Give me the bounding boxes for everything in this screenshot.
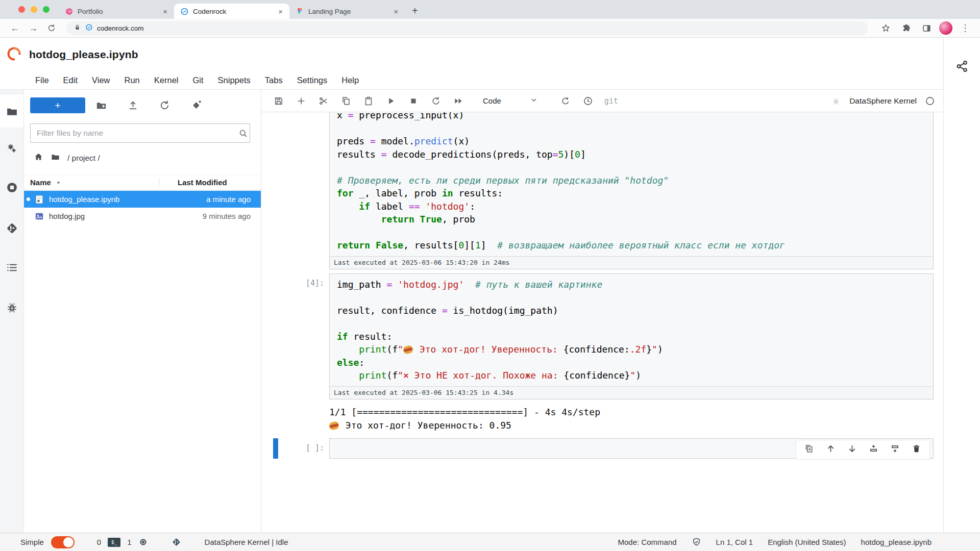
kernels-count[interactable]: 1 [127,538,131,546]
upload-icon[interactable] [117,99,149,111]
breadcrumb-path[interactable]: / project / [67,154,100,163]
cell-editor[interactable]: img_path = 'hotdog.jpg' # путь к вашей к… [329,273,934,387]
menu-item-edit[interactable]: Edit [56,76,85,85]
reload-icon[interactable] [44,20,59,36]
save-icon[interactable] [274,96,284,106]
tab-label: Landing Page [308,8,388,15]
new-launcher-button[interactable]: + [30,97,85,113]
kernel-chip-icon[interactable] [138,537,148,547]
share-icon[interactable] [955,60,969,533]
terminals-count[interactable]: 0 [97,538,101,546]
breadcrumb[interactable]: / project / [34,152,100,164]
cell-editor[interactable]: x = preprocess_input(x) preds = model.pr… [329,112,934,257]
home-icon[interactable] [34,152,43,164]
tab-close-icon[interactable]: × [277,7,284,16]
copy-cell-icon[interactable] [341,96,351,106]
move-up-icon[interactable] [826,444,836,456]
git-toolbar-label[interactable]: git [604,96,618,106]
cell-prompt: [ ]: [261,438,329,459]
sidebar-item-running[interactable] [0,174,23,201]
back-arrow-icon[interactable]: ← [7,20,22,36]
cell-type-dropdown[interactable]: Code [483,96,501,105]
window-zoom-dot[interactable] [43,6,50,13]
restart-kernel-icon[interactable] [431,96,441,106]
code-line: preds = model.predict(x) [337,135,926,148]
menu-item-file[interactable]: File [35,76,56,85]
column-name[interactable]: Name [24,178,159,187]
tab-close-icon[interactable]: × [392,7,400,16]
stop-kernel-icon[interactable] [408,96,419,106]
sidebar-item-toc[interactable] [0,254,23,281]
window-minimize-dot[interactable] [31,6,37,13]
new-folder-icon[interactable] [85,99,117,111]
window-close-dot[interactable] [18,6,25,13]
add-cell-icon[interactable] [296,96,306,106]
codenrock-favicon-icon [180,7,189,16]
simple-mode-toggle[interactable] [51,536,75,548]
bookmark-star-icon[interactable] [878,20,893,36]
debugger-bug-icon[interactable] [831,96,841,106]
cut-cell-icon[interactable] [318,96,329,106]
run-cell-icon[interactable] [386,96,396,106]
forward-arrow-icon[interactable]: → [26,20,41,36]
new-tab-button[interactable]: + [405,5,425,19]
menu-item-tabs[interactable]: Tabs [258,76,290,85]
paste-cell-icon[interactable] [363,96,374,106]
refresh-icon[interactable] [149,99,180,111]
terminal-icon[interactable]: $_ [108,538,120,547]
delete-icon[interactable] [912,444,921,456]
browser-tab-landing-page[interactable]: Landing Page× [289,4,405,19]
notebook-cell[interactable]: [4]:img_path = 'hotdog.jpg' # путь к ваш… [261,273,943,432]
profile-avatar[interactable] [939,21,952,35]
kernel-name-label[interactable]: DataSphere Kernel [849,96,917,106]
cursor-position[interactable]: Ln 1, Col 1 [716,538,753,546]
move-down-icon[interactable] [847,444,857,456]
sidebar-item-files[interactable] [0,95,23,128]
menu-item-git[interactable]: Git [185,76,210,85]
browser-tab-portfolio[interactable]: Portfolio× [59,4,174,19]
kernel-status-circle-icon[interactable] [925,96,935,106]
folder-icon[interactable] [51,152,60,164]
menu-item-help[interactable]: Help [334,76,366,85]
menu-item-snippets[interactable]: Snippets [211,76,258,85]
sidebar-item-debugger[interactable] [0,294,23,320]
lock-icon [74,23,81,33]
notebook-cell[interactable]: x = preprocess_input(x) preds = model.pr… [261,112,943,269]
menu-dots-icon[interactable]: ⋮ [958,20,973,36]
menu-item-kernel[interactable]: Kernel [147,76,186,85]
menu-item-settings[interactable]: Settings [290,76,335,85]
shield-check-icon[interactable] [692,537,701,547]
cell-gap [261,269,943,273]
history-clock-icon[interactable] [583,96,593,106]
tab-close-icon[interactable]: × [161,7,169,16]
cell-editor[interactable] [329,438,934,459]
duplicate-icon[interactable] [804,444,814,456]
notebook-cell[interactable]: [ ]: [261,438,943,459]
extensions-puzzle-icon[interactable] [898,20,914,36]
insert-above-icon[interactable] [869,444,878,456]
browser-tab-codenrock[interactable]: Codenrock× [174,4,289,19]
file-row[interactable]: hotdog_please.ipynba minute ago [24,191,261,208]
browser-right-icons: ⋮ [875,20,973,36]
sidebar-item-git[interactable] [0,215,23,241]
git-status-icon[interactable] [172,537,181,547]
kernel-status-text[interactable]: DataSphere Kernel | Idle [205,538,288,546]
language-indicator[interactable]: English (United States) [768,538,846,546]
hotdog-emoji [328,420,339,430]
chevron-down-icon[interactable] [530,96,540,106]
sidebar-item-sessions[interactable] [0,135,23,161]
new-tag-icon[interactable] [180,99,212,111]
side-panel-icon[interactable] [919,20,934,36]
notebook-panel: Code git DataSphere K [261,90,943,533]
insert-below-icon[interactable] [890,444,900,456]
loop-icon[interactable] [560,96,571,106]
mode-indicator[interactable]: Mode: Command [618,538,677,546]
url-bar[interactable]: codenrock.com [66,21,868,35]
filter-files-input[interactable] [30,123,250,143]
column-last-modified[interactable]: Last Modified [159,178,261,187]
menu-item-run[interactable]: Run [117,76,147,85]
menu-item-view[interactable]: View [85,76,117,85]
file-row[interactable]: hotdog.jpg9 minutes ago [24,208,261,224]
code-line: else: [337,356,926,369]
run-all-icon[interactable] [453,96,463,106]
